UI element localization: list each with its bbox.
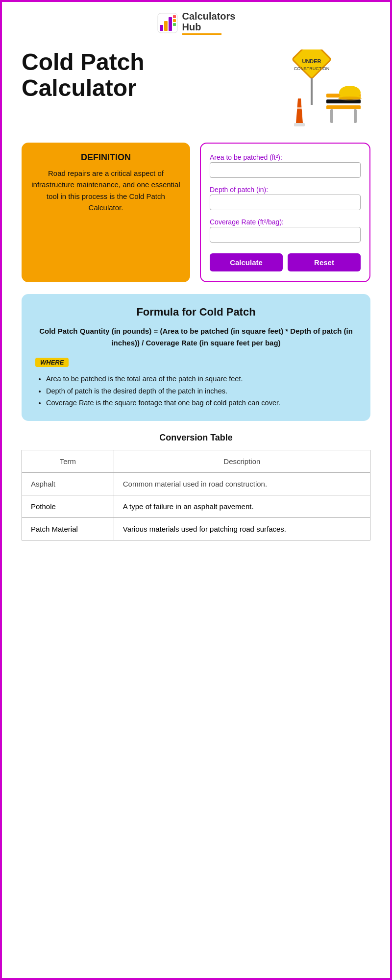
svg-rect-4 <box>173 15 176 18</box>
formula-list-item: Coverage Rate is the square footage that… <box>46 397 357 409</box>
svg-rect-18 <box>294 123 305 126</box>
svg-text:UNDER: UNDER <box>302 58 321 64</box>
calc-buttons: Calculate Reset <box>210 253 361 271</box>
table-cell: Patch Material <box>22 517 114 540</box>
svg-text:CONSTRUCTION: CONSTRUCTION <box>294 66 330 71</box>
header-title-line1: Calculators <box>182 11 236 22</box>
area-input[interactable] <box>210 162 361 178</box>
definition-title: DEFINITION <box>30 152 181 163</box>
reset-button[interactable]: Reset <box>288 253 361 271</box>
field3-group: Coverage Rate (ft²/bag): <box>210 218 361 245</box>
coverage-rate-input[interactable] <box>210 227 361 243</box>
formula-list-item: Area to be patched is the total area of … <box>46 373 357 385</box>
construction-illustration: UNDER CONSTRUCTION <box>263 49 370 133</box>
svg-rect-3 <box>169 17 172 31</box>
logo-icon <box>157 12 178 34</box>
header-underline <box>182 33 221 35</box>
conversion-title: Conversion Table <box>22 433 370 443</box>
conversion-table: TermDescription AsphaltCommon material u… <box>22 450 370 540</box>
svg-rect-5 <box>173 19 176 22</box>
table-cell: Pothole <box>22 495 114 517</box>
svg-rect-16 <box>354 109 357 123</box>
svg-rect-6 <box>173 23 176 26</box>
calculator-box: Area to be patched (ft²): Depth of patch… <box>200 143 370 282</box>
table-row: AsphaltCommon material used in road cons… <box>22 472 370 495</box>
svg-point-22 <box>338 97 362 100</box>
header-title-line2: Hub <box>182 22 236 32</box>
table-row: Patch MaterialVarious materials used for… <box>22 517 370 540</box>
main-content: DEFINITION Road repairs are a critical a… <box>2 138 390 565</box>
formula-box: Formula for Cold Patch Cold Patch Quanti… <box>22 294 370 421</box>
formula-list-item: Depth of patch is the desired depth of t… <box>46 385 357 397</box>
table-row: PotholeA type of failure in an asphalt p… <box>22 495 370 517</box>
svg-rect-14 <box>326 105 361 109</box>
table-cell: Asphalt <box>22 472 114 495</box>
header: Calculators Hub <box>2 2 390 40</box>
where-badge: WHERE <box>35 358 69 367</box>
svg-rect-19 <box>297 107 302 109</box>
svg-marker-17 <box>296 98 303 123</box>
table-header-cell: Term <box>22 450 114 472</box>
depth-input[interactable] <box>210 195 361 210</box>
field2-label: Depth of patch (in): <box>210 186 361 194</box>
page-title: Cold Patch Calculator <box>22 49 253 101</box>
hero-section: Cold Patch Calculator UNDER CONSTRUCTION <box>2 40 390 138</box>
conversion-section: Conversion Table TermDescription Asphalt… <box>22 433 370 540</box>
svg-rect-15 <box>330 109 333 123</box>
field1-group: Area to be patched (ft²): <box>210 153 361 181</box>
table-cell: Common material used in road constructio… <box>114 472 370 495</box>
svg-rect-1 <box>160 25 163 31</box>
field1-label: Area to be patched (ft²): <box>210 153 361 161</box>
two-col-section: DEFINITION Road repairs are a critical a… <box>22 143 370 282</box>
field2-group: Depth of patch (in): <box>210 186 361 213</box>
formula-list: Area to be patched is the total area of … <box>35 373 357 409</box>
formula-title: Formula for Cold Patch <box>35 306 357 318</box>
svg-rect-11 <box>311 78 313 105</box>
table-cell: A type of failure in an asphalt pavement… <box>114 495 370 517</box>
table-header-row: TermDescription <box>22 450 370 472</box>
table-header-cell: Description <box>114 450 370 472</box>
header-text: Calculators Hub <box>182 11 236 35</box>
svg-rect-2 <box>164 21 168 31</box>
table-cell: Various materials used for patching road… <box>114 517 370 540</box>
definition-box: DEFINITION Road repairs are a critical a… <box>22 143 190 282</box>
table-body: AsphaltCommon material used in road cons… <box>22 472 370 540</box>
field3-label: Coverage Rate (ft²/bag): <box>210 218 361 226</box>
definition-text: Road repairs are a critical aspect of in… <box>30 168 181 213</box>
formula-text: Cold Patch Quantity (in pounds) = (Area … <box>35 325 357 349</box>
calculate-button[interactable]: Calculate <box>210 253 283 271</box>
